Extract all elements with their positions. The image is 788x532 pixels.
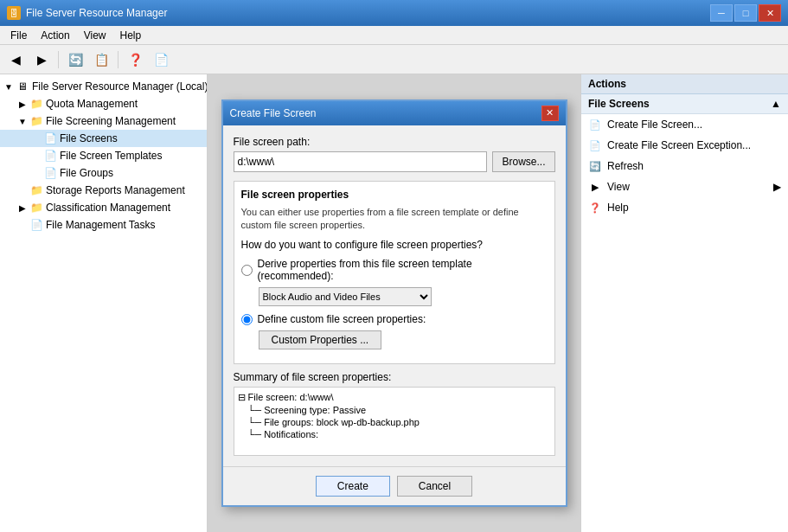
folder-icon-quota: 📁 [29,97,43,111]
create-file-screen-icon: 📄 [588,118,602,131]
tree-label-filegroups: File Groups [60,167,113,179]
view-arrow-icon: ▶ [773,181,781,193]
tree-item-screening[interactable]: ▼ 📁 File Screening Management [0,112,207,130]
app-icon: 🗄 [7,6,21,20]
create-button[interactable]: Create [316,476,390,497]
expand-root[interactable]: ▼ [3,81,14,92]
action-view[interactable]: ▶ View ▶ [581,176,788,197]
view-icon: ▶ [588,180,602,194]
summary-prefix-0: ⊟ [238,392,248,403]
summary-label-1: Screening type: Passive [264,405,366,415]
action-create-file-screen[interactable]: 📄 Create File Screen... [581,114,788,135]
expand-filescreens [31,133,42,144]
actions-header: Actions [581,74,788,94]
action-create-file-screen-label: Create File Screen... [607,119,702,131]
expand-screentemplates [31,151,42,161]
dialog-title-bar: Create File Screen ✕ [223,101,566,125]
dialog-title: Create File Screen [230,107,317,119]
left-panel: ▼ 🖥 File Server Resource Manager (Local)… [0,74,208,532]
minimize-button[interactable]: ─ [710,4,733,22]
tree-item-root[interactable]: ▼ 🖥 File Server Resource Manager (Local) [0,78,207,95]
root-icon: 🖥 [16,80,29,93]
expand-storage [17,185,28,195]
dialog-body: File screen path: Browse... File screen … [223,125,566,467]
menu-file[interactable]: File [3,28,34,43]
path-label: File screen path: [234,136,555,148]
tree-label-filemgmt: File Management Tasks [46,219,156,231]
tree-label-storage: Storage Reports Management [46,184,185,196]
browse-button[interactable]: Browse... [492,151,554,172]
back-button[interactable]: ◀ [3,48,28,71]
collapse-icon[interactable]: ▲ [771,98,781,110]
actions-section-title: File Screens [588,98,650,110]
summary-item-1: └─ Screening type: Passive [238,404,551,416]
summary-label-2: File groups: block wp-db-backup.php [264,417,420,427]
summary-prefix-3: └─ [248,429,265,439]
tree-label-root: File Server Resource Manager (Local) [32,80,208,93]
refresh-icon: 🔄 [588,159,602,173]
tree-label-filescreens: File Screens [60,132,118,144]
main-layout: ▼ 🖥 File Server Resource Manager (Local)… [0,74,788,532]
help-icon: ❓ [588,201,602,215]
toolbar-separator-2 [118,51,119,68]
tree-item-filemgmt[interactable]: 📄 File Management Tasks [0,216,207,234]
radio-row-derive: Derive properties from this file screen … [241,258,548,282]
toolbar-separator-1 [58,51,59,68]
menu-view[interactable]: View [77,28,113,43]
dialog-close-button[interactable]: ✕ [541,106,559,121]
tree-item-storage[interactable]: 📁 Storage Reports Management [0,182,207,199]
summary-item-2: └─ File groups: block wp-db-backup.php [238,416,551,428]
properties-section-desc: You can either use properties from a fil… [241,206,548,233]
summary-prefix-1: └─ [248,405,265,415]
center-panel: Create File Screen ✕ File screen path: B… [208,74,580,532]
summary-item-0: ⊟ File screen: d:\www\ [238,391,551,404]
forward-button[interactable]: ▶ [29,48,54,71]
report-button[interactable]: 📄 [149,48,173,71]
tree-item-classification[interactable]: ▶ 📁 Classification Management [0,199,207,216]
summary-label-0: File screen: d:\www\ [248,392,334,402]
path-row: Browse... [234,151,555,172]
properties-section-title: File screen properties [241,189,548,201]
radio-derive[interactable] [241,265,253,276]
maximize-button[interactable]: □ [734,4,757,22]
title-bar-left: 🗄 File Server Resource Manager [7,6,167,20]
action-help[interactable]: ❓ Help [581,197,788,218]
radio-derive-label: Derive properties from this file screen … [258,258,548,282]
summary-prefix-2: └─ [248,417,265,427]
expand-filemgmt [17,220,28,230]
action-refresh[interactable]: 🔄 Refresh [581,156,788,176]
menu-bar: File Action View Help [0,26,788,45]
list-button[interactable]: 📋 [89,48,113,71]
summary-label-3: Notifications: [264,429,318,439]
tree-item-quota[interactable]: ▶ 📁 Quota Management [0,95,207,112]
tree-item-filegroups[interactable]: 📄 File Groups [0,164,207,182]
actions-section-header: File Screens ▲ [581,94,788,114]
menu-help[interactable]: Help [113,28,149,43]
tree-item-filescreens[interactable]: 📄 File Screens [0,130,207,147]
path-input[interactable] [234,151,488,172]
custom-properties-button[interactable]: Custom Properties ... [259,330,382,349]
refresh-toolbar-button[interactable]: 🔄 [63,48,87,71]
properties-section: File screen properties You can either us… [234,181,555,365]
action-create-exception[interactable]: 📄 Create File Screen Exception... [581,135,788,156]
folder-icon-storage: 📁 [29,183,43,197]
template-dropdown[interactable]: Block Audio and Video Files Block All Fi… [259,287,432,306]
cancel-button[interactable]: Cancel [397,476,472,497]
action-refresh-label: Refresh [607,160,644,172]
folder-icon-classification: 📁 [29,201,43,215]
expand-quota[interactable]: ▶ [17,99,28,109]
page-icon-screentemplates: 📄 [43,149,57,163]
menu-action[interactable]: Action [34,28,76,43]
help-toolbar-button[interactable]: ❓ [123,48,147,71]
action-view-label: View [607,181,630,193]
expand-screening[interactable]: ▼ [17,116,28,126]
title-bar-controls: ─ □ ✕ [710,4,781,22]
close-button[interactable]: ✕ [759,4,781,22]
right-panel: Actions File Screens ▲ 📄 Create File Scr… [580,74,788,532]
radio-custom[interactable] [241,314,253,325]
expand-classification[interactable]: ▶ [17,202,28,213]
modal-overlay: Create File Screen ✕ File screen path: B… [208,74,580,532]
action-create-exception-label: Create File Screen Exception... [607,139,751,151]
tree-item-screentemplates[interactable]: 📄 File Screen Templates [0,147,207,164]
radio-custom-label: Define custom file screen properties: [258,313,426,325]
